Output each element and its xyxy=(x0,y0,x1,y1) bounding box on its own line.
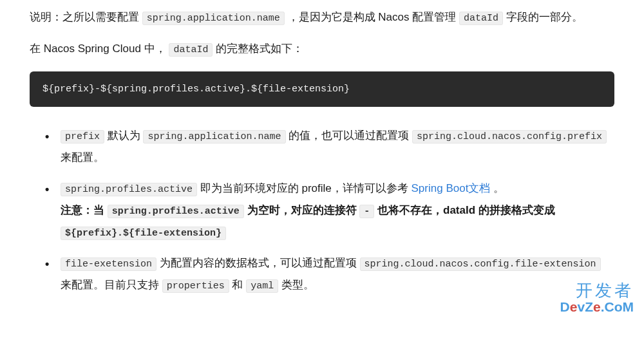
text: e xyxy=(570,299,578,314)
inline-code: - xyxy=(359,205,374,218)
text: 默认为 xyxy=(108,129,144,142)
text: D xyxy=(560,299,570,314)
text: 说明：之所以需要配置 xyxy=(30,11,142,23)
code-text: ${prefix}-${spring.profiles.active}.${fi… xyxy=(43,84,350,95)
inline-code: spring.application.name xyxy=(143,130,285,144)
text: 为配置内容的数据格式，可以通过配置项 xyxy=(160,257,360,269)
text: e xyxy=(593,299,601,314)
list-item-profiles-active: spring.profiles.active 即为当前环境对应的 profile… xyxy=(43,178,614,243)
text: 类型。 xyxy=(281,279,314,291)
watermark-en: DevZe.CoM xyxy=(560,299,634,314)
text: 。 xyxy=(493,182,504,194)
inline-code: spring.profiles.active xyxy=(108,205,244,218)
paragraph-explain: 说明：之所以需要配置 spring.application.name ，是因为它… xyxy=(30,8,614,28)
text: ，是因为它是构成 Nacos 配置管理 xyxy=(288,11,459,23)
inline-code: yaml xyxy=(246,279,278,293)
paragraph-format: 在 Nacos Spring Cloud 中， dataId 的完整格式如下： xyxy=(30,39,614,59)
text: .CoM xyxy=(601,299,634,314)
inline-code: spring.cloud.nacos.config.file-extension xyxy=(360,257,601,271)
inline-code: spring.cloud.nacos.config.prefix xyxy=(412,130,607,144)
inline-code: prefix xyxy=(61,130,104,144)
inline-code: file-exetension xyxy=(61,257,156,271)
list-item-prefix: prefix 默认为 spring.application.name 的值，也可… xyxy=(43,125,614,169)
text: 来配置。 xyxy=(61,151,104,163)
text: 注意：当 xyxy=(61,204,108,216)
link-spring-boot-docs[interactable]: Spring Boot文档 xyxy=(412,182,491,194)
text: 即为当前环境对应的 profile，详情可以参考 xyxy=(200,182,412,194)
inline-code: spring.profiles.active xyxy=(61,183,197,196)
inline-code: spring.application.name xyxy=(142,12,285,25)
bold-note: 注意：当 spring.profiles.active 为空时，对应的连接符 -… xyxy=(61,204,555,238)
text: 字段的一部分。 xyxy=(506,11,583,23)
inline-code: dataId xyxy=(169,43,213,57)
inline-code: properties xyxy=(162,279,229,293)
code-block-dataid-format: ${prefix}-${spring.profiles.active}.${fi… xyxy=(30,71,614,107)
text: vZ xyxy=(577,299,593,314)
text: 的完整格式如下： xyxy=(216,42,303,55)
description-list: prefix 默认为 spring.application.name 的值，也可… xyxy=(30,125,614,296)
inline-code: dataId xyxy=(459,12,503,25)
list-item-file-extension: file-exetension 为配置内容的数据格式，可以通过配置项 sprin… xyxy=(43,252,614,296)
text: 来配置。目前只支持 xyxy=(61,279,162,291)
text: 和 xyxy=(232,279,246,291)
text: 的值，也可以通过配置项 xyxy=(289,129,412,142)
text: 在 Nacos Spring Cloud 中， xyxy=(30,42,166,55)
inline-code: ${prefix}.${file-extension} xyxy=(61,227,226,240)
text: 也将不存在，dataId 的拼接格式变成 xyxy=(377,204,555,216)
text: 为空时，对应的连接符 xyxy=(247,204,360,216)
